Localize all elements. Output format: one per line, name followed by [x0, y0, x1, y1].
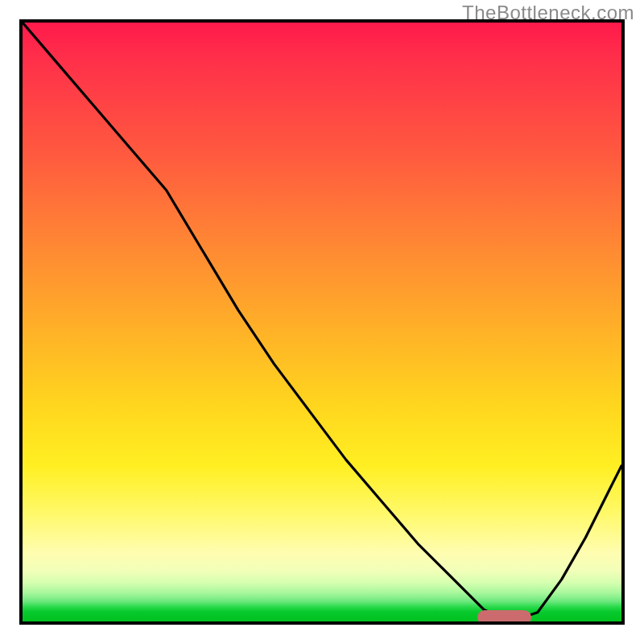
watermark-text: TheBottleneck.com	[462, 2, 634, 24]
curve-svg	[23, 23, 621, 621]
chart-container: TheBottleneck.com	[0, 0, 644, 644]
chart-frame	[19, 19, 23, 625]
chart-frame	[621, 19, 625, 625]
bottleneck-curve	[23, 23, 621, 618]
chart-frame	[19, 621, 625, 625]
